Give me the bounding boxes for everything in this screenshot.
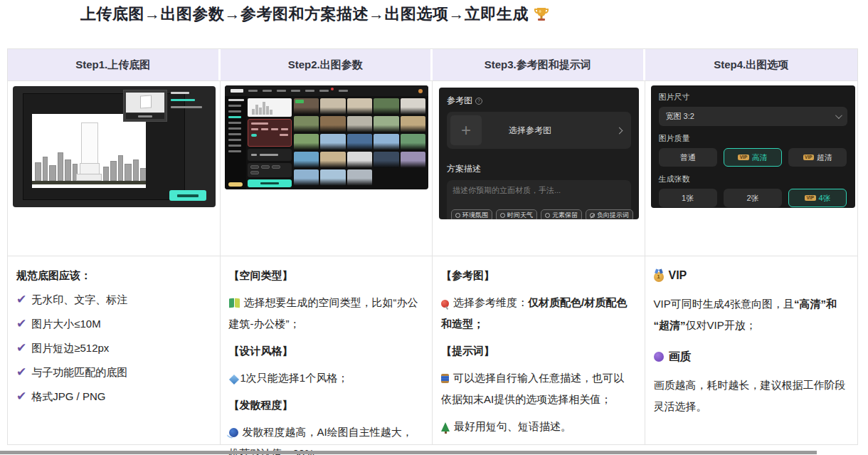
step2-thumbnail[interactable] [347, 152, 373, 168]
bottom-scrollbar[interactable] [0, 451, 817, 454]
generate-button[interactable] [248, 179, 292, 187]
space-type-panel[interactable] [248, 119, 292, 147]
nav-item[interactable] [263, 90, 272, 92]
step2-thumbnail[interactable] [401, 116, 426, 132]
text-row: 规范底图应该： ✔无水印、文字、标注 ✔图片大小≤10M ✔图片短边≥512px… [8, 256, 857, 444]
check-circle-icon [545, 213, 550, 218]
step2-thumbnail[interactable] [347, 116, 373, 132]
thumbnail-image [126, 93, 164, 113]
base-image-preview[interactable] [248, 98, 292, 117]
pill-elements[interactable]: 元素保留 [541, 209, 582, 219]
step2-thumbnail[interactable] [347, 169, 373, 186]
list-item: ✔与子功能匹配的底图 [16, 365, 210, 380]
reference-select-box[interactable] [248, 149, 292, 160]
left-sidebar [225, 96, 246, 189]
thumbnail-caption [126, 113, 164, 119]
nav-item[interactable] [339, 90, 348, 92]
plus-icon: + [450, 115, 482, 145]
nav-item[interactable] [305, 90, 314, 92]
header-step2: Step2.出图参数 [221, 49, 433, 80]
step2-thumbnail[interactable] [320, 152, 346, 168]
base-image-thumbnail[interactable] [123, 90, 167, 122]
step2-thumbnail[interactable] [374, 152, 399, 168]
count-1-button[interactable]: 1张 [659, 189, 717, 207]
prohibit-icon [590, 213, 595, 218]
count-2-button[interactable]: 2张 [724, 189, 782, 207]
header-step1: Step1.上传底图 [8, 49, 221, 80]
step2-thumbnail[interactable] [294, 116, 319, 132]
step2-thumbnail[interactable] [347, 98, 373, 115]
section-heading: 【设计风格】 [229, 340, 423, 362]
vip-pill[interactable] [228, 182, 243, 187]
cell-step1-shot [8, 80, 221, 256]
chevron-down-icon [835, 112, 842, 119]
count-4-button[interactable]: VIP 4张 [788, 189, 847, 207]
paragraph: 发散程度越高，AI绘图自主性越大，推荐默认值：30% [229, 422, 423, 455]
quality-normal-button[interactable]: 普通 [659, 148, 717, 167]
step2-thumbnail[interactable] [320, 98, 346, 115]
section-heading: 【提示词】 [441, 340, 635, 362]
sidebar-item-active[interactable] [228, 116, 241, 118]
nav-item[interactable] [248, 90, 258, 92]
prompt-chips-box[interactable] [248, 163, 292, 178]
page-title-text: 上传底图→出图参数→参考图和方案描述→出图选项→立即生成 [80, 4, 529, 25]
pill-environment[interactable]: 环境氛围 [451, 209, 492, 219]
step2-thumbnail[interactable] [374, 134, 399, 150]
confirm-upload-button[interactable] [169, 190, 206, 201]
select-reference-button[interactable]: + 选择参考图 [447, 112, 631, 149]
book-icon [229, 298, 240, 308]
section-heading: 【空间类型】 [229, 265, 423, 286]
toggle[interactable] [251, 134, 257, 137]
step2-thumbnail[interactable] [401, 98, 426, 115]
purple-circle-icon [654, 352, 664, 362]
description-textarea[interactable]: 描述你预期的立面材质，手法... 环境氛围 时间天气 元素保留 负向提示词 [447, 180, 631, 219]
image-size-value: 宽图 3:2 [666, 111, 694, 122]
step2-thumbnail[interactable] [374, 98, 399, 115]
thumbnail-badge [295, 100, 304, 103]
prompt-pill-row: 环境氛围 时间天气 元素保留 负向提示词 [451, 209, 627, 219]
paragraph: 选择想要生成的空间类型，比如“办公建筑-办公楼”； [229, 292, 423, 335]
step2-thumbnail[interactable] [294, 98, 319, 115]
count-label: 生成张数 [659, 174, 847, 184]
city-buildings-right [103, 155, 146, 181]
notification-dot [331, 88, 334, 90]
image-size-dropdown[interactable]: 宽图 3:2 [659, 107, 847, 126]
nav-item[interactable] [319, 90, 329, 92]
step2-thumbnail[interactable] [294, 169, 319, 186]
thread-spool-icon [441, 374, 449, 383]
step2-thumbnail[interactable] [374, 116, 399, 132]
screenshots-row: 参考图 ? + 选择参考图 方案描述 描述你预期的立面材质，手法... 环境氛围… [8, 80, 857, 256]
app-logo [231, 89, 243, 93]
help-icon[interactable]: ? [475, 98, 482, 105]
diamond-icon [228, 375, 238, 385]
avatar[interactable] [418, 89, 423, 93]
step2-thumbnail[interactable] [320, 134, 346, 150]
tower-model [79, 122, 100, 181]
cell-step2-text: 【空间类型】 选择想要生成的空间类型，比如“办公建筑-办公楼”； 【设计风格】 … [221, 256, 433, 444]
quality-hd-button[interactable]: VIP 高清 [724, 148, 782, 167]
quality-uhd-button[interactable]: VIP 超清 [788, 148, 847, 167]
environment-icon [455, 213, 460, 218]
step2-thumbnail[interactable] [320, 116, 346, 132]
nav-item[interactable] [291, 90, 300, 92]
step2-thumbnail[interactable] [294, 152, 319, 168]
step2-thumbnail[interactable] [347, 134, 373, 150]
section-heading: 【发散程度】 [229, 394, 423, 416]
clock-icon [500, 213, 505, 218]
select-reference-label: 选择参考图 [509, 125, 551, 137]
city-buildings-left [35, 152, 78, 181]
step2-thumbnail[interactable] [401, 134, 426, 150]
step2-screenshot [225, 85, 428, 189]
pill-weather[interactable]: 时间天气 [496, 209, 537, 219]
paragraph: 画质越高，耗时越长，建议根据工作阶段灵活选择。 [654, 375, 848, 417]
step2-thumbnail[interactable] [401, 152, 426, 168]
quality-options-row: 普通 VIP 高清 VIP 超清 [659, 148, 847, 167]
nav-item[interactable] [277, 90, 286, 92]
parameters-panel [248, 98, 292, 187]
pill-negative[interactable]: 负向提示词 [586, 209, 633, 219]
paragraph: 1次只能选择1个风格； [229, 367, 423, 389]
image-quality-label: 图片质量 [659, 133, 847, 144]
description-label: 方案描述 [447, 163, 631, 175]
step2-thumbnail[interactable] [320, 169, 346, 186]
step2-thumbnail[interactable] [294, 134, 319, 150]
